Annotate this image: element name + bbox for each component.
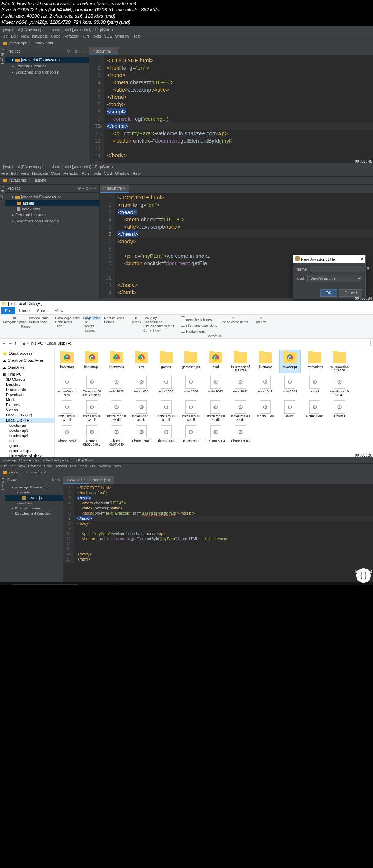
file-item[interactable]: games	[156, 350, 176, 373]
file-item[interactable]: install.res.2052.dll	[205, 399, 226, 423]
file-item[interactable]: Ubuntu-s004	[205, 424, 226, 447]
file-item[interactable]: install.res.1042.dll	[181, 399, 201, 423]
nav-onedrive[interactable]: ☁ OneDrive	[0, 365, 54, 370]
menu-window[interactable]: Window	[115, 34, 129, 38]
file-item[interactable]: eula.1028	[106, 375, 127, 398]
tab-custom[interactable]: custom.js ×	[89, 476, 113, 484]
menu-vcs[interactable]: VCS	[104, 34, 113, 38]
menu-tools[interactable]: Tools	[92, 34, 101, 38]
file-item[interactable]: css	[131, 350, 152, 373]
project-tools[interactable]: ⊕ ÷ ✿ ⊩←	[67, 49, 86, 54]
file-item[interactable]: eula.2052	[280, 375, 300, 398]
tree-ext-lib[interactable]: ▸ External Libraries	[5, 212, 99, 218]
up-button[interactable]: ↑	[15, 341, 17, 345]
file-item[interactable]: install.res.1028.dll	[329, 375, 350, 398]
file-item[interactable]: html	[205, 350, 226, 373]
file-item[interactable]: Ubuntu.vmxf	[57, 424, 77, 447]
file-item[interactable]: gamesetups	[181, 350, 201, 373]
file-item[interactable]: eula.1036	[181, 375, 201, 398]
menu-help[interactable]: Help	[132, 34, 141, 38]
start-button[interactable]: ⊞	[1, 583, 12, 585]
close-icon[interactable]: ×	[123, 186, 125, 190]
close-icon[interactable]: ×	[361, 257, 363, 261]
file-item[interactable]: Ubuntu	[329, 399, 350, 423]
file-item[interactable]: install.res.1033.dll	[82, 399, 102, 423]
taskview-icon[interactable]: ⧉	[90, 583, 100, 585]
menu-file[interactable]: File	[1, 34, 8, 38]
project-label[interactable]: Project	[7, 49, 20, 53]
back-button[interactable]: ←	[2, 341, 6, 345]
ribbon-tab-home[interactable]: Home	[15, 307, 33, 314]
tree-scratches[interactable]: ▸ Scratches and Consoles	[5, 69, 89, 75]
nav-local-f[interactable]: Local Disk (F:)	[0, 418, 54, 423]
nav-thispc[interactable]: 🖥 This PC	[0, 372, 54, 377]
file-item[interactable]: eula.1033	[156, 375, 176, 398]
file-item[interactable]: javascript	[280, 350, 300, 373]
file-item[interactable]: ActiveButtons.dll	[57, 375, 77, 398]
tree-ext-lib[interactable]: ▸ External Libraries	[5, 63, 89, 69]
file-item[interactable]: install.res.1041.dll	[156, 399, 176, 423]
options-button[interactable]: ☑Options	[255, 316, 266, 324]
file-item[interactable]: Ubuntu.vmsd	[305, 399, 325, 423]
menu-navigate[interactable]: Navigate	[32, 34, 48, 38]
file-item[interactable]: Ubuntu-s005	[230, 424, 251, 447]
ribbon-tab-file[interactable]: File	[1, 307, 15, 314]
tab-index[interactable]: index.html ×	[100, 185, 129, 193]
file-item[interactable]: Ubuntu-s001	[131, 424, 152, 447]
sidebar-tool[interactable]: 1: Project	[0, 47, 5, 175]
file-item[interactable]: illustrator	[255, 350, 275, 373]
code-editor[interactable]: 12345678910111213141516 <!DOCTYPE html> …	[89, 55, 373, 175]
kind-select[interactable]: JavaScript file	[307, 275, 362, 282]
file-item[interactable]: eula.1042	[255, 375, 275, 398]
up-down-icon[interactable]: ⇅	[366, 267, 369, 271]
file-item[interactable]: Ubuntu-s002	[156, 424, 176, 447]
tab-index[interactable]: index.html ×	[89, 47, 118, 55]
nav-ccf[interactable]: ☁ Creative Cloud Files	[0, 358, 54, 363]
file-item[interactable]: install.res.1040.dll	[131, 399, 152, 423]
file-item[interactable]: install.res.1036.dll	[106, 399, 127, 423]
file-item[interactable]: Ubuntu-0b07e040.vmem	[82, 424, 102, 447]
cancel-button[interactable]: Cancel	[339, 289, 362, 297]
file-item[interactable]: modia80.dll	[255, 399, 275, 423]
menu-edit[interactable]: Edit	[11, 34, 18, 38]
ok-button[interactable]: OK	[320, 289, 337, 297]
file-item[interactable]: eula.1031	[131, 375, 152, 398]
close-icon[interactable]: ×	[112, 49, 114, 53]
file-item[interactable]: Ubuntu-s003	[181, 424, 201, 447]
tree-index[interactable]: index.html	[5, 206, 99, 212]
file-item[interactable]: bootstrap3	[82, 350, 102, 373]
tree-assets[interactable]: assets	[5, 200, 99, 206]
tree-scratches[interactable]: ▸ Scratches and Consoles	[5, 218, 99, 224]
file-item[interactable]: install	[305, 375, 325, 398]
addr-path[interactable]: 🖥 › This PC › Local Disk (F:)	[19, 340, 371, 346]
file-item[interactable]: bootstrap4	[106, 350, 127, 373]
ribbon-tab-share[interactable]: Share	[33, 307, 51, 314]
file-item[interactable]: Ubuntu	[280, 399, 300, 423]
name-input[interactable]	[310, 266, 364, 272]
file-item[interactable]: install.res.3082.dll	[230, 399, 251, 423]
tree-root[interactable]: ▾ javascript F:\javascript	[5, 57, 89, 63]
breadcrumb-item[interactable]: javascript	[9, 41, 26, 45]
cortana-icon[interactable]: ○	[79, 583, 89, 585]
taskbar-search[interactable]: 🔍 Type here to search	[12, 584, 78, 585]
hide-button[interactable]: ◻Hide selected items	[219, 316, 248, 324]
nav-quick[interactable]: ⭐ Quick access	[0, 351, 54, 356]
file-item[interactable]: illustration of shakzee	[230, 350, 251, 373]
breadcrumb-item[interactable]: index.html	[35, 41, 53, 45]
file-item[interactable]: install.res.1031.dll	[57, 399, 77, 423]
file-item[interactable]: Ubuntu-0b07e040	[106, 424, 127, 447]
file-item[interactable]: WUDownloadCache	[329, 350, 350, 373]
tree-root[interactable]: ▾ javascript F:\javascript	[5, 194, 99, 200]
sort-button[interactable]: ⬍Sort by	[131, 316, 141, 324]
nav-pane-button[interactable]: ▦Navigation pane	[3, 316, 27, 324]
system-tray[interactable]: ▲🔊📶 4:17 PM9/10/2018 💬	[333, 584, 372, 585]
menu-refactor[interactable]: Refactor	[63, 34, 79, 38]
tab-index[interactable]: index.html ×	[63, 476, 89, 484]
file-item[interactable]: Promotions	[305, 350, 325, 373]
sidebar-tool[interactable]: 1: Project	[0, 185, 5, 298]
file-item[interactable]: eula.1041	[230, 375, 251, 398]
menu-view[interactable]: View	[21, 34, 30, 38]
file-item[interactable]: eula.1040	[205, 375, 226, 398]
file-item[interactable]: bootstrap	[57, 350, 77, 373]
menu-run[interactable]: Run	[82, 34, 89, 38]
